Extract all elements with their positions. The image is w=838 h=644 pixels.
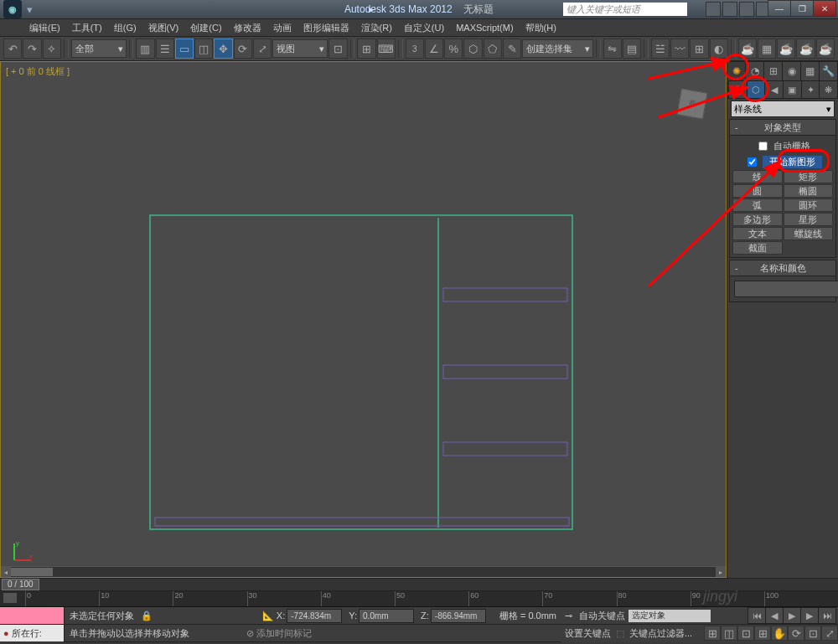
modify-tab[interactable]: ◔ bbox=[745, 61, 764, 81]
goto-end-button[interactable]: ⏭ bbox=[818, 607, 836, 624]
ellipse-button[interactable]: 椭圆 bbox=[784, 184, 834, 198]
rotate-button[interactable]: ⟳ bbox=[234, 39, 252, 59]
ngon-button[interactable]: 多边形 bbox=[732, 213, 783, 226]
startnew-checkbox[interactable] bbox=[747, 157, 757, 167]
app-logo[interactable]: ◉ bbox=[3, 0, 22, 18]
utilities-tab[interactable]: 🔧 bbox=[819, 61, 838, 81]
snap-button[interactable]: 3 bbox=[406, 39, 424, 59]
material-button[interactable]: ◐ bbox=[710, 39, 728, 59]
systems-subtab[interactable]: ❋ bbox=[819, 80, 838, 99]
scroll-left-arrow[interactable]: ◂ bbox=[1, 567, 11, 577]
move-button[interactable]: ✥ bbox=[214, 39, 232, 59]
viewnav-1[interactable]: ⊞ bbox=[704, 626, 721, 641]
create-tab[interactable]: ✺ bbox=[727, 61, 746, 81]
window-crossing-button[interactable]: ◫ bbox=[194, 39, 213, 59]
goto-start-button[interactable]: ⏮ bbox=[747, 607, 766, 624]
selected-readout[interactable]: 选定对象 bbox=[628, 610, 711, 622]
time-value[interactable]: 0 / 100 bbox=[2, 579, 39, 590]
menu-modifiers[interactable]: 修改器 bbox=[228, 22, 267, 34]
cameras-subtab[interactable]: ▣ bbox=[783, 80, 802, 99]
circle-button[interactable]: 圆 bbox=[732, 184, 783, 198]
curve-editor-button[interactable]: 〰 bbox=[670, 39, 689, 59]
menu-help[interactable]: 帮助(H) bbox=[520, 22, 562, 34]
mirror-button[interactable]: ⇋ bbox=[603, 39, 622, 59]
viewnav-3[interactable]: ⊡ bbox=[737, 626, 754, 641]
add-time-tag[interactable]: ⊘ 添加时间标记 bbox=[246, 627, 312, 640]
horizontal-scrollbar[interactable]: ◂ ▸ bbox=[1, 566, 726, 577]
select-name-button[interactable]: ☰ bbox=[156, 39, 174, 59]
helpers-subtab[interactable]: ✦ bbox=[801, 80, 820, 99]
ref-coord[interactable]: 视图 bbox=[272, 39, 328, 58]
pivot-button[interactable]: ⊡ bbox=[328, 39, 347, 59]
viewnav-8[interactable]: ⤢ bbox=[821, 626, 838, 641]
minimize-button[interactable]: — bbox=[768, 0, 791, 17]
category-dropdown[interactable]: 样条线▾ bbox=[731, 100, 835, 117]
selection-filter[interactable]: 全部 bbox=[71, 39, 127, 58]
scroll-right-arrow[interactable]: ▸ bbox=[716, 567, 726, 577]
render-setup-button[interactable]: ☕ bbox=[738, 39, 757, 59]
undo-button[interactable]: ↶ bbox=[3, 39, 22, 59]
object-type-rollout[interactable]: 对象类型 bbox=[729, 119, 836, 136]
autokey-button[interactable]: 自动关键点 bbox=[576, 610, 628, 622]
align-button[interactable]: ▤ bbox=[623, 39, 641, 59]
menu-graph[interactable]: 图形编辑器 bbox=[297, 22, 355, 34]
viewnav-2[interactable]: ◫ bbox=[721, 626, 737, 641]
name-color-rollout[interactable]: 名称和颜色 bbox=[729, 260, 836, 276]
help-icon[interactable] bbox=[706, 2, 721, 17]
line-button[interactable]: 线 bbox=[732, 170, 783, 183]
star-icon[interactable] bbox=[739, 2, 754, 17]
schematic-button[interactable]: ⊞ bbox=[690, 39, 708, 59]
angle-snap-button[interactable]: ∠ bbox=[425, 39, 443, 59]
menu-maxscript[interactable]: MAXScript(M) bbox=[450, 23, 519, 33]
viewnav-6[interactable]: ⟳ bbox=[788, 626, 804, 641]
search-input[interactable]: 键入关键字或短语 bbox=[563, 3, 687, 16]
render-frame-button[interactable]: ▦ bbox=[758, 39, 776, 59]
prev-frame-button[interactable]: ◀ bbox=[765, 607, 784, 624]
arc-button[interactable]: 弧 bbox=[732, 198, 783, 212]
star-button[interactable]: 星形 bbox=[784, 213, 834, 226]
info-icon[interactable] bbox=[722, 2, 737, 17]
shapes-subtab[interactable]: ⬡ bbox=[747, 80, 766, 99]
menu-render[interactable]: 渲染(R) bbox=[355, 22, 398, 34]
next-frame-button[interactable]: ▶ bbox=[800, 607, 819, 624]
keyfilter-button[interactable]: 关键点过滤器... bbox=[629, 627, 692, 640]
menu-animation[interactable]: 动画 bbox=[267, 22, 297, 34]
render-button[interactable]: ☕ bbox=[777, 39, 795, 59]
redo-button[interactable]: ↷ bbox=[23, 39, 41, 59]
percent-snap-button[interactable]: % bbox=[444, 39, 463, 59]
play-button[interactable]: ▶ bbox=[783, 607, 801, 624]
link-button[interactable]: ⟡ bbox=[43, 39, 61, 59]
donut-button[interactable]: 圆环 bbox=[784, 198, 834, 212]
scale-button[interactable]: ⤢ bbox=[253, 39, 272, 59]
viewnav-7[interactable]: ⊡ bbox=[804, 626, 821, 641]
quick-render-button[interactable]: ☕ bbox=[796, 39, 815, 59]
key-icon[interactable]: ⊸ bbox=[561, 611, 576, 621]
setkey-button[interactable]: 设置关键点 bbox=[565, 627, 611, 640]
viewport[interactable]: [ + 0 前 0 线框 ] 前 yx ◂ ▸ bbox=[0, 61, 727, 578]
geometry-subtab[interactable]: ◯ bbox=[728, 80, 747, 99]
manipulate-button[interactable]: ⊞ bbox=[357, 39, 375, 59]
edit-button[interactable]: ✎ bbox=[503, 39, 521, 59]
maximize-button[interactable]: ❐ bbox=[790, 0, 814, 17]
autogrid-checkbox[interactable] bbox=[758, 142, 768, 151]
menu-tools[interactable]: 工具(T) bbox=[66, 22, 108, 34]
named-sel-set[interactable]: 创建选择集 bbox=[522, 39, 593, 58]
motion-tab[interactable]: ◉ bbox=[782, 61, 801, 81]
lights-subtab[interactable]: ◀ bbox=[764, 80, 784, 99]
object-name-input[interactable] bbox=[734, 281, 838, 297]
menu-view[interactable]: 视图(V) bbox=[142, 22, 185, 34]
close-button[interactable]: ✕ bbox=[813, 0, 836, 17]
hierarchy-tab[interactable]: ⊞ bbox=[763, 61, 783, 81]
menu-edit[interactable]: 编辑(E) bbox=[23, 22, 66, 34]
ruler-toggle[interactable] bbox=[3, 593, 17, 603]
display-tab[interactable]: ▦ bbox=[800, 61, 820, 81]
text-button[interactable]: 文本 bbox=[732, 227, 783, 240]
section-button[interactable]: 截面 bbox=[732, 241, 783, 255]
menu-create[interactable]: 创建(C) bbox=[184, 22, 227, 34]
app-menu-arrow[interactable]: ▾ bbox=[27, 3, 33, 16]
select-button[interactable]: ▥ bbox=[136, 39, 154, 59]
teapot-button[interactable]: ☕ bbox=[816, 39, 835, 59]
select-region-button[interactable]: ▭ bbox=[175, 39, 194, 59]
lock-icon[interactable]: 🔒 bbox=[141, 611, 153, 621]
rectangle-button[interactable]: 矩形 bbox=[784, 170, 834, 183]
